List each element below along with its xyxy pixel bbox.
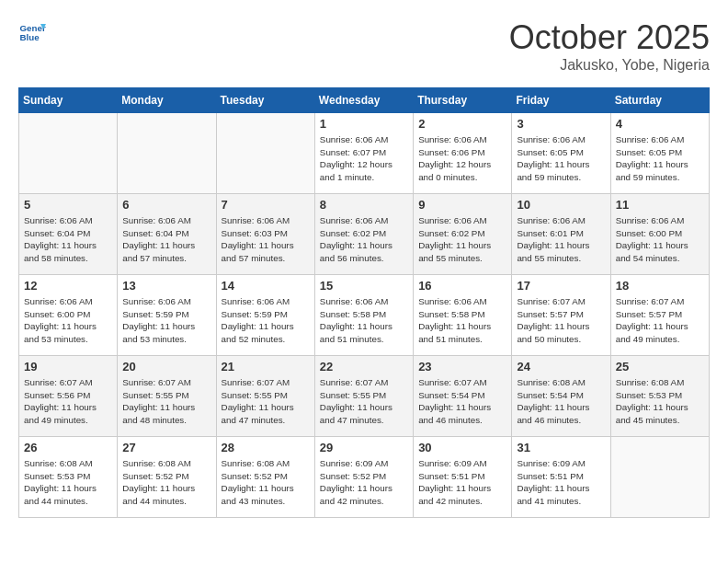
- month-title: October 2025: [509, 18, 710, 57]
- cell-daylight-info: Sunrise: 6:06 AMSunset: 6:00 PMDaylight:…: [616, 214, 704, 265]
- logo-icon: General Blue: [18, 18, 46, 46]
- cell-daylight-info: Sunrise: 6:06 AMSunset: 6:03 PMDaylight:…: [222, 214, 310, 265]
- cell-date-number: 7: [222, 198, 310, 212]
- day-header-monday: Monday: [118, 88, 216, 113]
- cell-daylight-info: Sunrise: 6:08 AMSunset: 5:52 PMDaylight:…: [122, 457, 210, 508]
- calendar-cell: 2Sunrise: 6:06 AMSunset: 6:06 PMDaylight…: [414, 113, 512, 194]
- calendar-cell: 8Sunrise: 6:06 AMSunset: 6:02 PMDaylight…: [314, 194, 413, 275]
- day-header-wednesday: Wednesday: [314, 88, 413, 113]
- cell-date-number: 19: [24, 360, 112, 373]
- calendar-header-row: SundayMondayTuesdayWednesdayThursdayFrid…: [19, 88, 710, 113]
- cell-date-number: 30: [418, 441, 506, 454]
- cell-date-number: 15: [320, 279, 408, 293]
- calendar-cell: 12Sunrise: 6:06 AMSunset: 6:00 PMDayligh…: [19, 275, 118, 356]
- cell-date-number: 29: [320, 441, 408, 454]
- calendar-cell: 31Sunrise: 6:09 AMSunset: 5:51 PMDayligh…: [512, 437, 610, 518]
- calendar-cell: 18Sunrise: 6:07 AMSunset: 5:57 PMDayligh…: [610, 275, 709, 356]
- cell-date-number: 2: [418, 117, 506, 131]
- cell-daylight-info: Sunrise: 6:08 AMSunset: 5:53 PMDaylight:…: [24, 457, 112, 508]
- cell-date-number: 17: [517, 279, 605, 293]
- calendar-cell: 27Sunrise: 6:08 AMSunset: 5:52 PMDayligh…: [118, 437, 216, 518]
- cell-daylight-info: Sunrise: 6:06 AMSunset: 5:58 PMDaylight:…: [320, 295, 408, 346]
- cell-daylight-info: Sunrise: 6:09 AMSunset: 5:51 PMDaylight:…: [418, 457, 506, 508]
- calendar-cell: 23Sunrise: 6:07 AMSunset: 5:54 PMDayligh…: [414, 356, 512, 437]
- cell-daylight-info: Sunrise: 6:06 AMSunset: 6:02 PMDaylight:…: [320, 214, 408, 265]
- cell-daylight-info: Sunrise: 6:07 AMSunset: 5:54 PMDaylight:…: [418, 376, 506, 427]
- calendar-cell: 5Sunrise: 6:06 AMSunset: 6:04 PMDaylight…: [19, 194, 118, 275]
- calendar-cell: 26Sunrise: 6:08 AMSunset: 5:53 PMDayligh…: [19, 437, 118, 518]
- cell-date-number: 13: [122, 279, 210, 293]
- cell-daylight-info: Sunrise: 6:06 AMSunset: 6:00 PMDaylight:…: [24, 295, 112, 346]
- cell-date-number: 31: [517, 441, 605, 454]
- calendar-cell: [118, 113, 216, 194]
- calendar-cell: 1Sunrise: 6:06 AMSunset: 6:07 PMDaylight…: [314, 113, 413, 194]
- calendar-cell: 15Sunrise: 6:06 AMSunset: 5:58 PMDayligh…: [314, 275, 413, 356]
- cell-date-number: 23: [418, 360, 506, 373]
- calendar-cell: 13Sunrise: 6:06 AMSunset: 5:59 PMDayligh…: [118, 275, 216, 356]
- cell-daylight-info: Sunrise: 6:06 AMSunset: 6:06 PMDaylight:…: [418, 133, 506, 184]
- cell-daylight-info: Sunrise: 6:06 AMSunset: 5:59 PMDaylight:…: [222, 295, 310, 346]
- cell-date-number: 27: [122, 441, 210, 454]
- cell-daylight-info: Sunrise: 6:08 AMSunset: 5:52 PMDaylight:…: [222, 457, 310, 508]
- cell-daylight-info: Sunrise: 6:06 AMSunset: 5:58 PMDaylight:…: [418, 295, 506, 346]
- calendar-week-row: 12Sunrise: 6:06 AMSunset: 6:00 PMDayligh…: [19, 275, 710, 356]
- calendar-cell: 7Sunrise: 6:06 AMSunset: 6:03 PMDaylight…: [216, 194, 314, 275]
- calendar-week-row: 19Sunrise: 6:07 AMSunset: 5:56 PMDayligh…: [19, 356, 710, 437]
- day-header-saturday: Saturday: [610, 88, 709, 113]
- calendar-cell: 11Sunrise: 6:06 AMSunset: 6:00 PMDayligh…: [610, 194, 709, 275]
- calendar-cell: 25Sunrise: 6:08 AMSunset: 5:53 PMDayligh…: [610, 356, 709, 437]
- calendar-cell: 17Sunrise: 6:07 AMSunset: 5:57 PMDayligh…: [512, 275, 610, 356]
- page-header: General Blue October 2025 Jakusko, Yobe,…: [18, 18, 710, 74]
- location-subtitle: Jakusko, Yobe, Nigeria: [509, 57, 710, 74]
- cell-daylight-info: Sunrise: 6:07 AMSunset: 5:55 PMDaylight:…: [320, 376, 408, 427]
- cell-date-number: 9: [418, 198, 506, 212]
- cell-daylight-info: Sunrise: 6:06 AMSunset: 6:02 PMDaylight:…: [418, 214, 506, 265]
- calendar-cell: 19Sunrise: 6:07 AMSunset: 5:56 PMDayligh…: [19, 356, 118, 437]
- cell-daylight-info: Sunrise: 6:07 AMSunset: 5:55 PMDaylight:…: [122, 376, 210, 427]
- cell-date-number: 14: [222, 279, 310, 293]
- cell-daylight-info: Sunrise: 6:08 AMSunset: 5:54 PMDaylight:…: [517, 376, 605, 427]
- cell-date-number: 6: [122, 198, 210, 212]
- calendar-cell: 4Sunrise: 6:06 AMSunset: 6:05 PMDaylight…: [610, 113, 709, 194]
- day-header-thursday: Thursday: [414, 88, 512, 113]
- calendar-cell: 6Sunrise: 6:06 AMSunset: 6:04 PMDaylight…: [118, 194, 216, 275]
- cell-daylight-info: Sunrise: 6:06 AMSunset: 6:01 PMDaylight:…: [517, 214, 605, 265]
- calendar-cell: 22Sunrise: 6:07 AMSunset: 5:55 PMDayligh…: [314, 356, 413, 437]
- calendar-cell: 20Sunrise: 6:07 AMSunset: 5:55 PMDayligh…: [118, 356, 216, 437]
- cell-date-number: 11: [616, 198, 704, 212]
- cell-date-number: 10: [517, 198, 605, 212]
- cell-date-number: 8: [320, 198, 408, 212]
- cell-date-number: 25: [616, 360, 704, 373]
- cell-daylight-info: Sunrise: 6:06 AMSunset: 6:05 PMDaylight:…: [517, 133, 605, 184]
- day-header-friday: Friday: [512, 88, 610, 113]
- cell-date-number: 4: [616, 117, 704, 131]
- cell-daylight-info: Sunrise: 6:07 AMSunset: 5:56 PMDaylight:…: [24, 376, 112, 427]
- calendar-cell: 3Sunrise: 6:06 AMSunset: 6:05 PMDaylight…: [512, 113, 610, 194]
- cell-date-number: 16: [418, 279, 506, 293]
- calendar-cell: 24Sunrise: 6:08 AMSunset: 5:54 PMDayligh…: [512, 356, 610, 437]
- cell-daylight-info: Sunrise: 6:07 AMSunset: 5:57 PMDaylight:…: [517, 295, 605, 346]
- cell-date-number: 12: [24, 279, 112, 293]
- cell-date-number: 28: [222, 441, 310, 454]
- cell-date-number: 1: [320, 117, 408, 131]
- calendar-cell: 29Sunrise: 6:09 AMSunset: 5:52 PMDayligh…: [314, 437, 413, 518]
- cell-daylight-info: Sunrise: 6:06 AMSunset: 6:04 PMDaylight:…: [24, 214, 112, 265]
- svg-text:Blue: Blue: [20, 32, 40, 42]
- calendar-cell: 16Sunrise: 6:06 AMSunset: 5:58 PMDayligh…: [414, 275, 512, 356]
- cell-daylight-info: Sunrise: 6:06 AMSunset: 6:07 PMDaylight:…: [320, 133, 408, 184]
- cell-date-number: 26: [24, 441, 112, 454]
- title-block: October 2025 Jakusko, Yobe, Nigeria: [509, 18, 710, 74]
- calendar-table: SundayMondayTuesdayWednesdayThursdayFrid…: [18, 87, 710, 518]
- calendar-cell: [610, 437, 709, 518]
- cell-daylight-info: Sunrise: 6:06 AMSunset: 6:04 PMDaylight:…: [122, 214, 210, 265]
- day-header-tuesday: Tuesday: [216, 88, 314, 113]
- cell-daylight-info: Sunrise: 6:09 AMSunset: 5:52 PMDaylight:…: [320, 457, 408, 508]
- cell-daylight-info: Sunrise: 6:07 AMSunset: 5:55 PMDaylight:…: [222, 376, 310, 427]
- calendar-cell: 21Sunrise: 6:07 AMSunset: 5:55 PMDayligh…: [216, 356, 314, 437]
- calendar-week-row: 5Sunrise: 6:06 AMSunset: 6:04 PMDaylight…: [19, 194, 710, 275]
- cell-daylight-info: Sunrise: 6:06 AMSunset: 6:05 PMDaylight:…: [616, 133, 704, 184]
- cell-daylight-info: Sunrise: 6:09 AMSunset: 5:51 PMDaylight:…: [517, 457, 605, 508]
- calendar-cell: 30Sunrise: 6:09 AMSunset: 5:51 PMDayligh…: [414, 437, 512, 518]
- calendar-cell: [19, 113, 118, 194]
- cell-date-number: 24: [517, 360, 605, 373]
